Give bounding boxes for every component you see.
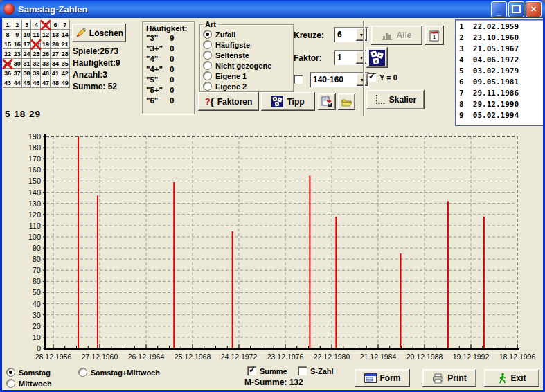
radio-icon[interactable] bbox=[6, 368, 15, 377]
number-cell-46[interactable]: 46 bbox=[31, 78, 41, 88]
number-cell-5[interactable]: 5 bbox=[41, 20, 51, 30]
number-cell-49[interactable]: 49 bbox=[60, 78, 70, 88]
draw-list-item[interactable]: 5 03.02.1979 bbox=[459, 66, 543, 77]
save-button[interactable] bbox=[318, 93, 336, 110]
number-cell-31[interactable]: 31 bbox=[22, 59, 32, 69]
number-cell-3[interactable]: 3 bbox=[22, 20, 32, 30]
number-cell-20[interactable]: 20 bbox=[51, 39, 60, 49]
number-cell-2[interactable]: 2 bbox=[12, 20, 22, 30]
number-cell-14[interactable]: 14 bbox=[60, 30, 70, 39]
number-cell-9[interactable]: 9 bbox=[12, 30, 22, 39]
draw-date-listbox[interactable]: 1 22.02.19592 23.10.19603 21.05.19674 04… bbox=[455, 19, 543, 126]
number-cell-26[interactable]: 26 bbox=[41, 49, 51, 59]
title-bar[interactable]: Samstag-Zahlen _ ✕ bbox=[0, 0, 545, 18]
draw-list-item[interactable]: 2 23.10.1960 bbox=[459, 33, 543, 44]
radio-icon[interactable] bbox=[203, 61, 212, 70]
number-cell-28[interactable]: 28 bbox=[60, 49, 70, 59]
range-select[interactable]: 140-160 ▼ bbox=[310, 72, 369, 87]
draw-list-item[interactable]: 3 21.05.1967 bbox=[459, 44, 543, 55]
mode-samstag-mittwoch[interactable]: Samstag+Mittwoch bbox=[78, 367, 160, 377]
mode-samstag[interactable]: Samstag bbox=[6, 367, 51, 377]
faktor-label: Faktor: bbox=[294, 53, 322, 63]
y0-checkbox[interactable] bbox=[367, 73, 376, 82]
range-checkbox[interactable] bbox=[294, 75, 303, 84]
radio-icon[interactable] bbox=[203, 40, 212, 49]
svg-text:21.12.1984: 21.12.1984 bbox=[360, 353, 397, 361]
chevron-down-icon[interactable]: ▼ bbox=[356, 51, 367, 64]
print-button[interactable]: Print bbox=[422, 369, 476, 387]
radio-icon[interactable] bbox=[78, 368, 87, 377]
summe-checkbox[interactable] bbox=[247, 366, 256, 375]
number-cell-8[interactable]: 8 bbox=[3, 30, 12, 39]
number-cell-48[interactable]: 48 bbox=[51, 78, 60, 88]
number-cell-1[interactable]: 1 bbox=[3, 20, 12, 30]
number-cell-45[interactable]: 45 bbox=[22, 78, 32, 88]
art-option-eigene-2[interactable]: Eigene 2 bbox=[203, 81, 290, 91]
art-option-häufigste[interactable]: Häufigste bbox=[203, 39, 290, 50]
calendar-button[interactable]: 1 bbox=[425, 26, 444, 45]
number-cell-19[interactable]: 19 bbox=[41, 39, 51, 49]
number-cell-16[interactable]: 16 bbox=[12, 39, 22, 49]
szahl-checkbox[interactable] bbox=[298, 366, 307, 375]
art-option-zufall[interactable]: Zufall bbox=[203, 29, 290, 39]
number-cell-27[interactable]: 27 bbox=[51, 49, 60, 59]
tipp-button[interactable]: 6 Tipp bbox=[261, 92, 315, 111]
alle-button[interactable]: Alle bbox=[371, 26, 422, 45]
draw-list-item[interactable]: 9 05.02.1994 bbox=[459, 110, 543, 121]
number-cell-18[interactable]: 18 bbox=[31, 39, 41, 49]
number-cell-30[interactable]: 30 bbox=[12, 59, 22, 69]
maximize-button[interactable] bbox=[508, 1, 524, 17]
draw-list-item[interactable]: 4 04.06.1972 bbox=[459, 55, 543, 66]
number-cell-41[interactable]: 41 bbox=[51, 69, 60, 78]
radio-icon[interactable] bbox=[203, 30, 212, 39]
chevron-down-icon[interactable]: ▼ bbox=[356, 28, 367, 41]
art-option-eigene-1[interactable]: Eigene 1 bbox=[203, 71, 290, 81]
number-cell-37[interactable]: 37 bbox=[12, 69, 22, 78]
number-cell-33[interactable]: 33 bbox=[41, 59, 51, 69]
number-cell-24[interactable]: 24 bbox=[22, 49, 32, 59]
minimize-button[interactable]: _ bbox=[491, 1, 507, 17]
number-cell-34[interactable]: 34 bbox=[51, 59, 60, 69]
number-cell-25[interactable]: 25 bbox=[31, 49, 41, 59]
radio-icon[interactable] bbox=[203, 51, 212, 60]
number-cell-12[interactable]: 12 bbox=[41, 30, 51, 39]
svg-text:18.12.1996: 18.12.1996 bbox=[499, 353, 536, 361]
number-cell-23[interactable]: 23 bbox=[12, 49, 22, 59]
number-cell-7[interactable]: 7 bbox=[60, 20, 70, 30]
number-cell-35[interactable]: 35 bbox=[60, 59, 70, 69]
number-cell-39[interactable]: 39 bbox=[31, 69, 41, 78]
skalier-button[interactable]: Skalier bbox=[366, 90, 425, 109]
number-cell-21[interactable]: 21 bbox=[60, 39, 70, 49]
art-option-seltenste[interactable]: Seltenste bbox=[203, 50, 290, 60]
number-cell-47[interactable]: 47 bbox=[41, 78, 51, 88]
number-cell-42[interactable]: 42 bbox=[60, 69, 70, 78]
draw-list-item[interactable]: 7 29.11.1986 bbox=[459, 88, 543, 99]
exit-button[interactable]: Exit bbox=[484, 369, 539, 387]
mode-mittwoch[interactable]: Mittwoch bbox=[6, 378, 52, 389]
draw-list-item[interactable]: 8 29.12.1990 bbox=[459, 99, 543, 110]
number-cell-15[interactable]: 15 bbox=[3, 39, 12, 49]
number-cell-40[interactable]: 40 bbox=[41, 69, 51, 78]
draw-list-item[interactable]: 1 22.02.1959 bbox=[459, 21, 543, 33]
loeschen-button[interactable]: Löschen bbox=[72, 24, 126, 42]
radio-icon[interactable] bbox=[203, 82, 212, 91]
number-cell-38[interactable]: 38 bbox=[22, 69, 32, 78]
close-button[interactable]: ✕ bbox=[526, 1, 542, 17]
faktoren-button[interactable]: ?{ Faktoren bbox=[198, 92, 259, 111]
chevron-down-icon[interactable]: ▼ bbox=[357, 73, 368, 86]
art-option-nicht-gezogene[interactable]: Nicht gezogene bbox=[203, 60, 290, 71]
open-folder-button[interactable] bbox=[338, 93, 355, 110]
radio-icon[interactable] bbox=[6, 379, 15, 388]
draw-list-item[interactable]: 6 09.05.1981 bbox=[459, 77, 543, 88]
svg-text:60: 60 bbox=[33, 277, 41, 285]
number-cell-6[interactable]: 6 bbox=[51, 20, 60, 30]
number-cell-44[interactable]: 44 bbox=[12, 78, 22, 88]
radio-icon[interactable] bbox=[203, 71, 212, 80]
number-cell-32[interactable]: 32 bbox=[31, 59, 41, 69]
dice-button[interactable]: 6 bbox=[366, 47, 388, 68]
number-cell-36[interactable]: 36 bbox=[3, 69, 12, 78]
number-cell-43[interactable]: 43 bbox=[3, 78, 12, 88]
form-button[interactable]: Form bbox=[355, 369, 410, 387]
number-cell-13[interactable]: 13 bbox=[51, 30, 60, 39]
number-cell-29[interactable]: 29 bbox=[3, 59, 12, 69]
